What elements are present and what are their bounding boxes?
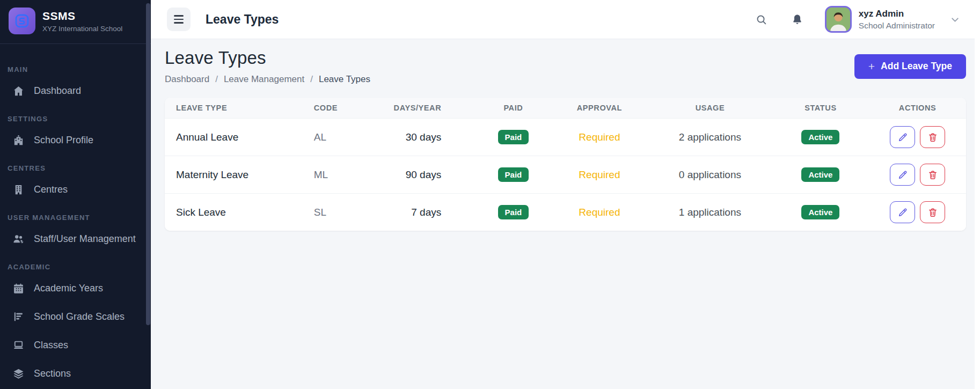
cell-usage: 1 applications bbox=[648, 207, 772, 218]
breadcrumb-separator: / bbox=[215, 74, 218, 85]
delete-button[interactable] bbox=[920, 201, 945, 223]
table-header-row: LEAVE TYPE CODE DAYS/YEAR PAID APPROVAL … bbox=[165, 98, 966, 118]
status-badge: Active bbox=[801, 130, 839, 144]
sidebar-scrollbar[interactable] bbox=[146, 0, 150, 389]
paid-badge: Paid bbox=[498, 205, 529, 219]
cell-usage: 0 applications bbox=[648, 169, 772, 181]
col-paid: PAID bbox=[476, 104, 551, 112]
calendar-icon bbox=[12, 282, 25, 295]
users-gear-icon bbox=[12, 233, 25, 245]
paid-badge: Paid bbox=[498, 130, 529, 144]
cell-leave-type: Sick Leave bbox=[165, 207, 303, 218]
breadcrumb-leave-management[interactable]: Leave Management bbox=[224, 74, 304, 85]
breadcrumb: Dashboard / Leave Management / Leave Typ… bbox=[165, 74, 370, 85]
laptop-icon bbox=[12, 339, 25, 351]
topbar: Leave Types xyz Admin School Administrat… bbox=[151, 0, 980, 39]
home-icon bbox=[12, 85, 25, 97]
brand[interactable]: SSMS XYZ International School bbox=[0, 0, 151, 41]
sidebar-item-label: Classes bbox=[34, 340, 68, 351]
cell-code: ML bbox=[303, 169, 389, 181]
sidebar-item-school-grade-scales[interactable]: School Grade Scales bbox=[0, 303, 151, 331]
main-content: Leave Types Dashboard / Leave Management… bbox=[151, 39, 975, 389]
sidebar-item-label: Staff/User Management bbox=[34, 233, 136, 245]
paid-badge: Paid bbox=[498, 167, 529, 182]
table-row: Sick Leave SL 7 days Paid Required 1 app… bbox=[165, 193, 966, 231]
delete-button[interactable] bbox=[920, 164, 945, 186]
office-building-icon bbox=[12, 184, 25, 196]
avatar bbox=[825, 6, 852, 33]
col-days-year: DAYS/YEAR bbox=[389, 104, 476, 112]
cell-leave-type: Annual Leave bbox=[165, 131, 303, 143]
add-leave-type-label: Add Leave Type bbox=[881, 61, 952, 72]
col-status: STATUS bbox=[772, 104, 869, 112]
sidebar-item-sections[interactable]: Sections bbox=[0, 359, 151, 388]
pencil-icon bbox=[897, 207, 908, 218]
delete-button[interactable] bbox=[920, 126, 945, 148]
table-row: Annual Leave AL 30 days Paid Required 2 … bbox=[165, 118, 966, 156]
sidebar-item-school-profile[interactable]: School Profile bbox=[0, 126, 151, 155]
cell-days: 7 days bbox=[389, 207, 476, 218]
topbar-title: Leave Types bbox=[206, 12, 279, 27]
col-actions: ACTIONS bbox=[869, 104, 966, 112]
sidebar-item-label: Dashboard bbox=[34, 85, 81, 97]
col-code: CODE bbox=[303, 104, 389, 112]
user-role: School Administrator bbox=[859, 21, 935, 31]
sidebar: SSMS XYZ International School MAIN Dashb… bbox=[0, 0, 151, 389]
cell-days: 90 days bbox=[389, 169, 476, 181]
sidebar-item-centres[interactable]: Centres bbox=[0, 175, 151, 204]
col-leave-type: LEAVE TYPE bbox=[165, 104, 303, 112]
status-badge: Active bbox=[801, 167, 839, 182]
sidebar-item-dashboard[interactable]: Dashboard bbox=[0, 77, 151, 105]
trash-icon bbox=[927, 207, 938, 218]
sidebar-item-classes[interactable]: Classes bbox=[0, 331, 151, 359]
breadcrumb-current: Leave Types bbox=[319, 74, 370, 85]
plus-icon: + bbox=[868, 60, 875, 73]
sidebar-item-label: School Grade Scales bbox=[34, 311, 125, 322]
edit-button[interactable] bbox=[890, 164, 915, 186]
leave-types-table: LEAVE TYPE CODE DAYS/YEAR PAID APPROVAL … bbox=[165, 98, 966, 231]
cell-approval: Required bbox=[551, 169, 648, 181]
cell-code: SL bbox=[303, 207, 389, 218]
pencil-icon bbox=[897, 132, 908, 143]
notifications-button[interactable] bbox=[791, 13, 803, 26]
cell-approval: Required bbox=[551, 131, 648, 143]
cell-approval: Required bbox=[551, 207, 648, 218]
sidebar-item-staff-user-management[interactable]: Staff/User Management bbox=[0, 225, 151, 253]
search-icon bbox=[755, 13, 767, 26]
sidebar-item-label: Academic Years bbox=[34, 283, 103, 294]
col-approval: APPROVAL bbox=[551, 104, 648, 112]
nav-section-settings: SETTINGS bbox=[8, 115, 151, 123]
sidebar-item-academic-years[interactable]: Academic Years bbox=[0, 274, 151, 303]
pencil-icon bbox=[897, 170, 908, 180]
cell-code: AL bbox=[303, 131, 389, 143]
sidebar-toggle-button[interactable] bbox=[167, 8, 191, 31]
edit-button[interactable] bbox=[890, 201, 915, 223]
chevron-down-icon bbox=[949, 14, 961, 25]
app-subtitle: XYZ International School bbox=[42, 25, 122, 33]
school-building-icon bbox=[12, 134, 25, 146]
layers-icon bbox=[12, 368, 25, 380]
breadcrumb-separator: / bbox=[310, 74, 313, 85]
nav-section-centres: CENTRES bbox=[8, 164, 151, 172]
sidebar-nav: MAIN Dashboard SETTINGS School Profile C… bbox=[0, 44, 151, 388]
edit-button[interactable] bbox=[890, 126, 915, 148]
cell-leave-type: Maternity Leave bbox=[165, 169, 303, 181]
app-name: SSMS bbox=[42, 10, 122, 23]
status-badge: Active bbox=[801, 205, 839, 219]
sidebar-item-label: School Profile bbox=[34, 135, 93, 146]
nav-section-user-management: USER MANAGEMENT bbox=[8, 214, 151, 222]
col-usage: USAGE bbox=[648, 104, 772, 112]
search-button[interactable] bbox=[755, 13, 767, 26]
bell-icon bbox=[791, 13, 803, 26]
trash-icon bbox=[927, 132, 938, 143]
trash-icon bbox=[927, 170, 938, 180]
sidebar-item-label: Sections bbox=[34, 368, 71, 379]
cell-days: 30 days bbox=[389, 131, 476, 143]
table-row: Maternity Leave ML 90 days Paid Required… bbox=[165, 156, 966, 193]
sidebar-scrollbar-thumb[interactable] bbox=[146, 3, 150, 325]
user-menu[interactable]: xyz Admin School Administrator bbox=[825, 6, 961, 33]
add-leave-type-button[interactable]: + Add Leave Type bbox=[854, 54, 966, 79]
nav-section-main: MAIN bbox=[8, 65, 151, 74]
breadcrumb-dashboard[interactable]: Dashboard bbox=[165, 74, 209, 85]
page-scrollbar[interactable] bbox=[975, 0, 980, 389]
